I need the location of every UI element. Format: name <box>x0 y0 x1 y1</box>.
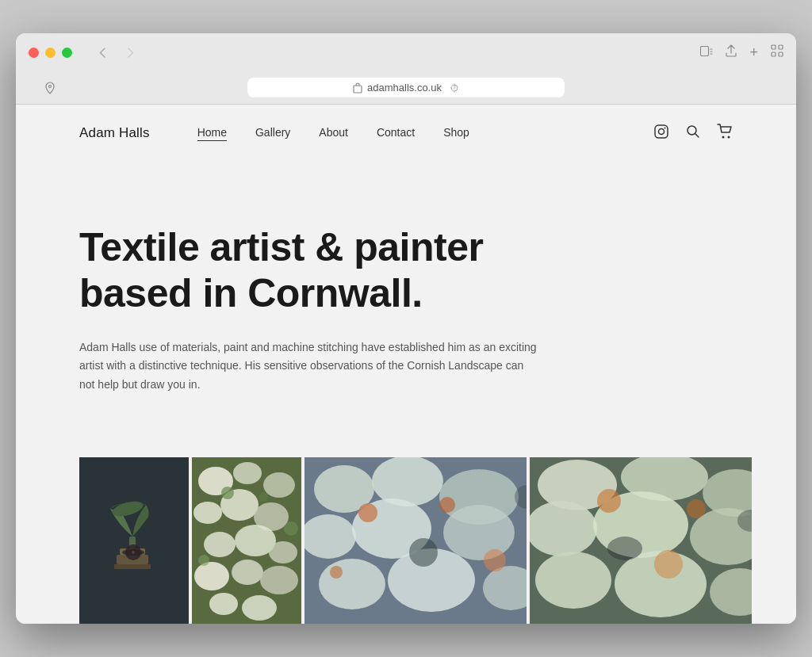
nav-links: Home Gallery About Contact Shop <box>197 126 653 141</box>
svg-rect-7 <box>655 125 668 138</box>
svg-point-36 <box>221 487 234 499</box>
svg-point-42 <box>372 457 443 506</box>
svg-point-20 <box>132 551 135 554</box>
maximize-button[interactable] <box>62 48 72 58</box>
forward-button[interactable] <box>120 41 142 63</box>
nav-home[interactable]: Home <box>197 126 227 141</box>
back-button[interactable] <box>91 41 113 63</box>
svg-point-39 <box>284 521 298 536</box>
website-content: Adam Halls Home Gallery About Contact Sh… <box>16 105 796 623</box>
svg-point-30 <box>269 541 297 563</box>
svg-rect-1 <box>772 45 776 49</box>
svg-point-50 <box>358 503 377 522</box>
svg-point-51 <box>439 497 455 513</box>
svg-rect-0 <box>701 47 709 56</box>
svg-point-28 <box>204 532 236 557</box>
gallery-lichen-a <box>192 457 301 624</box>
svg-rect-2 <box>779 45 783 49</box>
hero-description: Adam Halls use of materials, paint and m… <box>79 338 539 393</box>
hero-title: Textile artist & painter based in Cornwa… <box>79 225 539 316</box>
address-bar-row: adamhalls.co.uk <box>29 71 783 104</box>
svg-point-12 <box>728 136 730 138</box>
svg-point-38 <box>198 555 209 566</box>
svg-point-8 <box>659 128 665 134</box>
browser-controls <box>91 41 142 63</box>
svg-point-37 <box>259 492 268 502</box>
nav-icons <box>653 124 733 143</box>
window-icon[interactable] <box>700 45 713 59</box>
search-icon[interactable] <box>685 124 701 143</box>
address-bar-container: adamhalls.co.uk <box>70 78 742 97</box>
titlebar: + <box>29 41 783 63</box>
nav-about[interactable]: About <box>319 126 348 140</box>
nav-shop[interactable]: Shop <box>443 126 469 140</box>
gallery-item-3 <box>530 457 752 624</box>
share-icon[interactable] <box>726 44 737 60</box>
grid-icon[interactable] <box>771 44 783 60</box>
svg-point-53 <box>330 566 343 579</box>
nav-contact[interactable]: Contact <box>377 126 415 140</box>
svg-point-66 <box>597 489 621 513</box>
svg-rect-4 <box>779 52 783 56</box>
site-logo: Adam Halls <box>79 125 150 141</box>
address-bar[interactable]: adamhalls.co.uk <box>247 78 565 97</box>
svg-point-32 <box>232 560 263 585</box>
svg-point-9 <box>665 127 666 128</box>
new-tab-icon[interactable]: + <box>749 45 758 59</box>
svg-point-31 <box>194 562 229 590</box>
svg-point-25 <box>193 502 222 524</box>
nav-gallery[interactable]: Gallery <box>255 126 290 140</box>
gallery-item-2 <box>304 457 527 624</box>
gallery-gramophone <box>79 457 189 624</box>
svg-point-23 <box>233 462 262 484</box>
svg-point-33 <box>260 566 298 594</box>
svg-rect-17 <box>114 564 151 569</box>
svg-point-52 <box>484 549 506 571</box>
hero-section: Textile artist & painter based in Cornwa… <box>16 162 796 425</box>
svg-rect-6 <box>354 86 362 93</box>
gallery-item-1 <box>79 457 301 624</box>
cart-icon[interactable] <box>717 124 733 143</box>
url-text: adamhalls.co.uk <box>367 82 442 94</box>
svg-point-24 <box>263 472 295 498</box>
browser-window: + <box>16 33 796 623</box>
instagram-icon[interactable] <box>653 124 669 143</box>
close-button[interactable] <box>29 48 39 58</box>
svg-point-46 <box>443 505 515 560</box>
svg-point-5 <box>49 85 52 87</box>
browser-chrome: + <box>16 33 796 105</box>
svg-point-10 <box>688 126 696 135</box>
site-nav: Adam Halls Home Gallery About Contact Sh… <box>16 105 796 162</box>
svg-point-69 <box>607 537 642 560</box>
svg-point-67 <box>687 499 706 518</box>
svg-point-68 <box>654 550 683 579</box>
svg-point-63 <box>535 552 611 609</box>
svg-point-54 <box>409 538 438 567</box>
svg-point-35 <box>242 595 277 621</box>
svg-point-47 <box>319 559 385 609</box>
svg-point-34 <box>209 593 238 615</box>
svg-point-11 <box>722 136 725 138</box>
gallery-section <box>16 426 796 624</box>
svg-rect-3 <box>772 52 776 56</box>
minimize-button[interactable] <box>45 48 56 58</box>
